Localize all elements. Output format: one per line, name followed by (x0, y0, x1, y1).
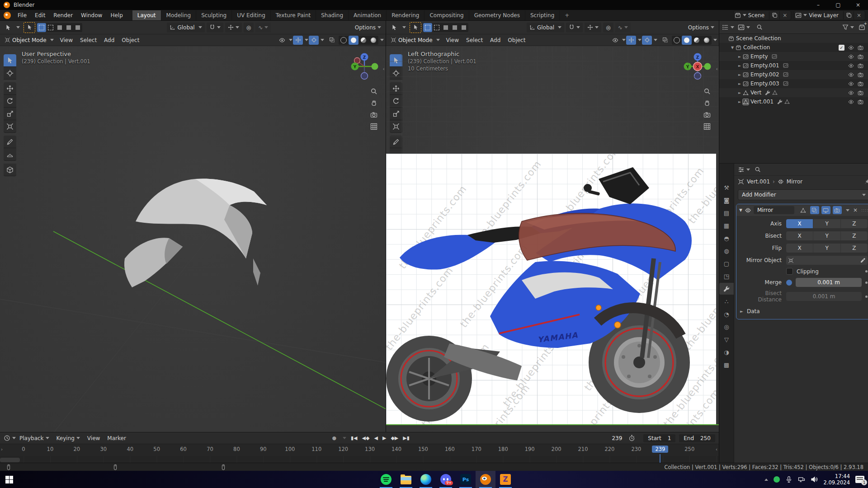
breadcrumb-object[interactable]: Vert.001 (747, 178, 770, 185)
prev-keyframe-button[interactable]: ◀◆ (362, 435, 370, 441)
flip-z-button[interactable]: Z (841, 244, 868, 253)
properties-tab-particles[interactable]: ∴ (719, 296, 734, 307)
shading-rendered[interactable] (702, 36, 712, 45)
tray-green-dot-icon[interactable] (774, 476, 780, 483)
collapse-region-icon[interactable]: ‹ (383, 66, 385, 72)
viewport-menu-object[interactable]: Object (118, 36, 143, 45)
tab-compositing[interactable]: Compositing (425, 10, 469, 20)
orthographic-grid-icon[interactable] (370, 123, 377, 130)
shading-solid[interactable] (682, 36, 692, 45)
properties-tab-object[interactable]: ◳ (719, 270, 734, 282)
tool-add-cube[interactable] (4, 164, 16, 176)
tab-layout[interactable]: Layout (132, 10, 161, 20)
jump-to-start-button[interactable]: ▮◀ (351, 435, 358, 441)
visibility-dropdown[interactable] (277, 36, 287, 45)
options-dropdown[interactable]: Options (355, 24, 383, 31)
bisect-z-button[interactable]: Z (841, 231, 868, 240)
disclosure-arrow-icon[interactable]: ► (736, 64, 743, 68)
taskbar-app-file-explorer[interactable] (396, 471, 416, 488)
tool-move[interactable] (4, 82, 16, 95)
menu-file[interactable]: File (14, 11, 31, 20)
properties-tab-constraints[interactable]: ◎ (719, 321, 734, 333)
tool-cursor-3d[interactable] (4, 67, 16, 80)
collection-checkbox[interactable]: ✓ (839, 45, 844, 51)
axis-z-button[interactable]: Z (841, 219, 868, 228)
outliner-display-mode-button[interactable] (738, 24, 750, 31)
tool-measure[interactable] (4, 148, 16, 161)
timeline-editor-type-button[interactable] (4, 435, 16, 441)
properties-tab-physics[interactable]: ◔ (719, 308, 734, 320)
disable-render-toggle[interactable] (858, 90, 863, 96)
clipping-checkbox[interactable] (786, 268, 793, 275)
properties-tab-object-data[interactable]: ▽ (719, 333, 734, 345)
flip-x-button[interactable]: X (786, 244, 813, 253)
disable-render-toggle[interactable] (858, 54, 863, 60)
flip-y-button[interactable]: Y (813, 244, 840, 253)
hide-eye-toggle[interactable] (848, 54, 854, 60)
timeline-channel-strip[interactable] (0, 456, 719, 463)
notification-center-icon[interactable]: 1 (855, 476, 864, 483)
tab-uv-editing[interactable]: UV Editing (232, 10, 271, 20)
eyedropper-icon[interactable] (860, 258, 866, 263)
axis-x-button[interactable]: X (786, 219, 813, 228)
delete-modifier-button[interactable]: × (852, 207, 859, 213)
taskbar-app-discord[interactable]: 9+ (436, 471, 456, 488)
hide-eye-toggle[interactable] (848, 99, 854, 105)
viewport-menu-add[interactable]: Add (100, 36, 118, 45)
timeline-scrollbar[interactable] (0, 458, 20, 462)
start-button[interactable] (0, 471, 18, 488)
next-keyframe-button[interactable]: ◆▶ (391, 435, 398, 441)
modifier-extras-icon[interactable] (846, 209, 849, 211)
shading-solid[interactable] (349, 36, 359, 45)
gizmos-toggle[interactable] (626, 36, 636, 45)
tab-rendering[interactable]: Rendering (387, 10, 425, 20)
proportional-editing-button[interactable]: ◎ (244, 23, 254, 33)
viewport-canvas-left[interactable]: User Perspective(239) Collection | Vert.… (0, 46, 386, 432)
tweak-tool-button[interactable] (410, 22, 421, 33)
select-mode-1[interactable] (46, 23, 55, 32)
proportional-editing-button[interactable]: ◎ (603, 23, 613, 33)
merge-value-field[interactable]: 0.001 m (796, 278, 862, 287)
xray-toggle[interactable] (660, 36, 670, 45)
camera-view-icon[interactable] (370, 111, 377, 118)
delete-view-layer-button[interactable]: × (854, 11, 864, 19)
navigation-gizmo[interactable]: ZY (349, 52, 379, 83)
select-mode-2[interactable] (55, 23, 64, 32)
select-mode-2[interactable] (441, 23, 450, 32)
disable-render-toggle[interactable] (858, 45, 863, 51)
render-display-toggle[interactable] (833, 206, 842, 214)
axis-y-button[interactable]: Y (813, 219, 840, 228)
disable-render-toggle[interactable] (858, 81, 863, 87)
snap-target-button[interactable] (585, 23, 601, 33)
tray-expand-icon[interactable] (764, 479, 768, 481)
expand-arrow-icon[interactable]: › (1, 447, 3, 452)
tool-scale[interactable] (4, 108, 16, 120)
select-mode-4[interactable] (73, 23, 82, 32)
disable-render-toggle[interactable] (858, 72, 863, 78)
breadcrumb-modifier[interactable]: Mirror (787, 178, 802, 185)
realtime-display-toggle[interactable] (821, 206, 830, 214)
frame-start-field[interactable]: Start 1 (643, 434, 675, 442)
disclosure-arrow-icon[interactable]: ► (736, 73, 743, 77)
properties-editor-type-button[interactable] (738, 166, 750, 173)
select-mode-3[interactable] (450, 23, 459, 32)
outliner-row-scene collection[interactable]: Scene Collection (719, 34, 868, 43)
properties-tab-collection[interactable]: ▢ (719, 258, 734, 269)
tab-shading[interactable]: Shading (316, 10, 349, 20)
taskbar-app-edge[interactable] (416, 471, 436, 488)
minimize-button[interactable]: – (808, 0, 828, 10)
tool-rotate[interactable] (4, 95, 16, 108)
play-button[interactable]: ▶ (382, 435, 386, 441)
view-layer-selector[interactable]: View Layer × (794, 10, 865, 20)
tab-scripting[interactable]: Scripting (525, 10, 560, 20)
current-frame-field[interactable]: 239 (612, 435, 622, 441)
modifier-name-field[interactable]: Mirror (754, 206, 794, 214)
options-dropdown[interactable]: Options (688, 24, 716, 31)
outliner-row-vert[interactable]: ►Vert (719, 88, 868, 97)
taskbar-app-photoshop[interactable]: Ps (456, 471, 476, 488)
add-workspace-button[interactable]: + (560, 10, 574, 20)
timeline-menu-playback[interactable]: Playback (16, 434, 53, 443)
menu-help[interactable]: Help (106, 11, 127, 20)
tool-transform[interactable] (4, 120, 16, 133)
vertex-dot[interactable] (596, 305, 601, 310)
